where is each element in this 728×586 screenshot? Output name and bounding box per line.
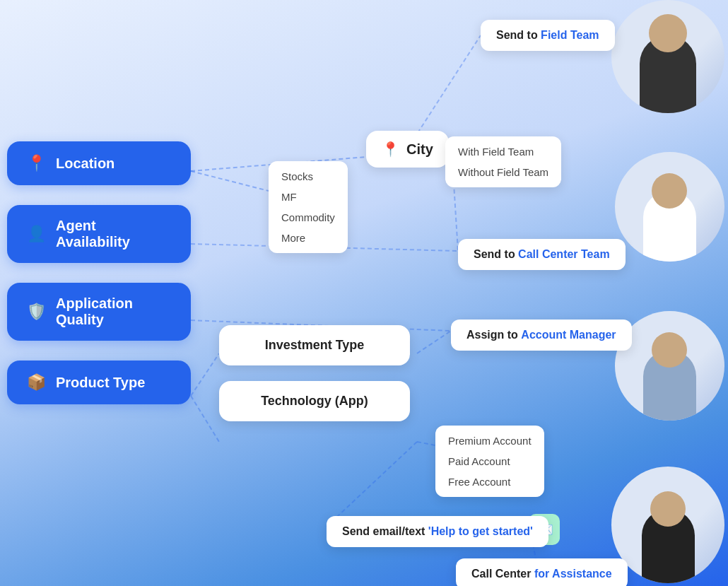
- city-label: City: [406, 141, 433, 158]
- account-manager-prefix: Assign to: [466, 329, 521, 341]
- svg-line-5: [191, 396, 219, 442]
- invest-item-more[interactable]: More: [281, 230, 335, 246]
- svg-line-6: [417, 331, 451, 353]
- account-manager-highlight: Account Manager: [521, 329, 616, 341]
- technology-app-node[interactable]: Technology (App): [219, 381, 410, 421]
- city-with-field[interactable]: With Field Team: [458, 143, 548, 160]
- application-quality-label: Application Quality: [56, 295, 171, 328]
- product-type-node[interactable]: 📦 Product Type: [7, 361, 191, 404]
- location-node[interactable]: 📍 Location: [7, 141, 191, 185]
- send-to-call-center-button[interactable]: Send to Call Center Team: [458, 239, 626, 270]
- city-node[interactable]: 📍 City: [366, 131, 449, 168]
- application-quality-node[interactable]: 🛡️ Application Quality: [7, 283, 191, 341]
- email-text-highlight: 'Help to get started': [428, 525, 533, 537]
- invest-item-mf[interactable]: MF: [281, 189, 335, 205]
- invest-item-stocks[interactable]: Stocks: [281, 168, 335, 184]
- product-type-label: Product Type: [56, 375, 145, 391]
- call-center-prefix: Send to: [474, 248, 518, 260]
- tech-premium[interactable]: Premium Account: [448, 433, 532, 449]
- svg-line-4: [191, 353, 219, 396]
- svg-line-1: [191, 171, 269, 191]
- invest-item-commodity[interactable]: Commodity: [281, 209, 335, 225]
- city-without-field[interactable]: Without Field Team: [458, 164, 548, 180]
- agent-availability-node[interactable]: 👤 Agent Availability: [7, 205, 191, 263]
- person-call-center-woman: [615, 152, 724, 262]
- send-to-field-team-button[interactable]: Send to Field Team: [481, 20, 615, 51]
- person-field-team: [611, 0, 724, 113]
- city-pin-icon: 📍: [382, 141, 399, 158]
- tech-paid[interactable]: Paid Account: [448, 453, 532, 469]
- person-call-center-assist: [611, 467, 724, 583]
- technology-app-label: Technology (App): [261, 394, 368, 408]
- call-center-assist-prefix: Call Center: [471, 568, 534, 580]
- location-label: Location: [56, 156, 115, 172]
- investment-type-node[interactable]: Investment Type: [219, 325, 410, 365]
- call-center-highlight: Call Center Team: [518, 248, 610, 260]
- email-text-prefix: Send email/text: [342, 525, 428, 537]
- field-team-prefix: Send to: [496, 29, 541, 41]
- field-team-highlight: Field Team: [541, 29, 599, 41]
- tech-free[interactable]: Free Account: [448, 474, 532, 490]
- shield-icon: 🛡️: [27, 303, 46, 321]
- location-icon: 📍: [27, 154, 46, 172]
- left-nodes-column: 📍 Location 👤 Agent Availability 🛡️ Appli…: [7, 141, 191, 404]
- city-dropdown: With Field Team Without Field Team: [445, 136, 561, 187]
- svg-line-8: [410, 35, 481, 145]
- svg-line-7: [417, 442, 435, 445]
- box-icon: 📦: [27, 373, 46, 392]
- investment-type-label: Investment Type: [265, 338, 365, 352]
- center-nodes-column: Investment Type Technology (App): [219, 325, 410, 421]
- investment-dropdown: Stocks MF Commodity More: [269, 161, 348, 253]
- call-center-assistance-button[interactable]: Call Center for Assistance: [456, 558, 628, 586]
- agent-availability-label: Agent Availability: [56, 218, 171, 250]
- call-center-assist-highlight: for Assistance: [534, 568, 612, 580]
- send-email-text-button[interactable]: Send email/text 'Help to get started': [327, 516, 548, 547]
- agent-icon: 👤: [27, 225, 46, 243]
- assign-account-manager-button[interactable]: Assign to Account Manager: [451, 320, 632, 351]
- technology-dropdown: Premium Account Paid Account Free Accoun…: [435, 426, 544, 497]
- svg-line-10: [327, 442, 417, 527]
